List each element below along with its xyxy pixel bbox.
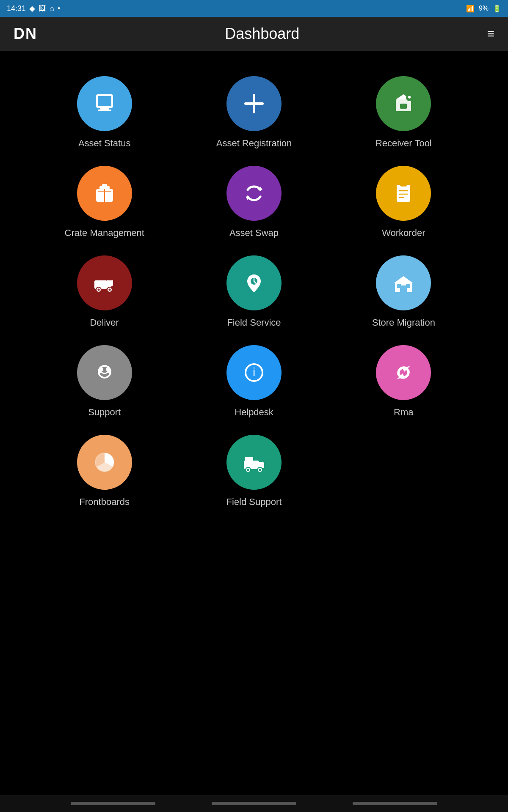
- svg-rect-15: [104, 189, 105, 202]
- svg-point-27: [97, 289, 99, 291]
- app-item-workorder[interactable]: Workorder: [333, 166, 474, 239]
- topbar: DN Dashboard ≡: [0, 17, 508, 51]
- app-label-field-service: Field Service: [227, 317, 281, 328]
- app-label-receiver-tool: Receiver Tool: [375, 138, 432, 149]
- app-icon-asset-registration: [226, 76, 282, 131]
- app-item-frontboards[interactable]: Frontboards: [34, 435, 175, 508]
- app-item-asset-swap[interactable]: Asset Swap: [183, 166, 324, 239]
- wifi-icon: 📶: [466, 5, 475, 13]
- app-logo: DN: [14, 25, 37, 43]
- app-label-asset-registration: Asset Registration: [216, 138, 292, 149]
- app-label-asset-status: Asset Status: [78, 138, 131, 149]
- svg-rect-13: [102, 184, 107, 187]
- svg-rect-32: [400, 285, 407, 292]
- svg-rect-8: [400, 104, 407, 109]
- app-item-support[interactable]: Support: [34, 345, 175, 418]
- app-label-asset-swap: Asset Swap: [229, 228, 279, 239]
- app-icon-asset-swap: [226, 166, 282, 221]
- status-right: 📶 9% 🔋: [466, 5, 501, 13]
- app-icon-asset-status: [77, 76, 132, 131]
- app-item-field-support[interactable]: Field Support: [183, 435, 324, 508]
- svg-rect-33: [397, 284, 401, 288]
- app-label-crate-management: Crate Management: [65, 228, 144, 239]
- app-label-frontboards: Frontboards: [79, 497, 130, 508]
- app-item-deliver[interactable]: Deliver: [34, 255, 175, 328]
- app-icon-workorder: [376, 166, 431, 221]
- app-item-crate-management[interactable]: Crate Management: [34, 166, 175, 239]
- app-icon-frontboards: [77, 435, 132, 490]
- status-left: 14:31 ◆ 🖼 ⌂ •: [7, 4, 60, 13]
- svg-text:i: i: [253, 365, 255, 379]
- app-label-deliver: Deliver: [90, 317, 119, 328]
- svg-rect-19: [400, 183, 407, 187]
- svg-marker-31: [394, 276, 413, 283]
- nav-pill-3: [353, 802, 437, 805]
- image-icon: 🖼: [39, 4, 46, 13]
- svg-point-47: [247, 469, 249, 471]
- svg-rect-23: [94, 280, 107, 289]
- page-title: Dashboard: [225, 25, 299, 43]
- app-item-receiver-tool[interactable]: Receiver Tool: [333, 76, 474, 149]
- app-icon-crate-management: [77, 166, 132, 221]
- app-icon-receiver-tool: [376, 76, 431, 131]
- svg-point-28: [108, 289, 110, 291]
- diamond-icon: ◆: [29, 4, 35, 13]
- battery-icon: 🔋: [493, 5, 501, 13]
- app-item-asset-status[interactable]: Asset Status: [34, 76, 175, 149]
- app-icon-rma: [376, 345, 431, 400]
- menu-button[interactable]: ≡: [487, 27, 494, 41]
- dot-icon: •: [58, 4, 60, 13]
- app-item-asset-registration[interactable]: Asset Registration: [183, 76, 324, 149]
- svg-rect-3: [98, 110, 111, 111]
- app-item-field-service[interactable]: Field Service: [183, 255, 324, 328]
- app-icon-support: [77, 345, 132, 400]
- home-icon: ⌂: [50, 4, 54, 13]
- app-label-rma: Rma: [394, 407, 413, 418]
- app-icon-deliver: [77, 255, 132, 310]
- bottom-nav-bar: [0, 795, 508, 812]
- app-icon-store-migration: [376, 255, 431, 310]
- nav-pill-2: [212, 802, 296, 805]
- app-item-helpdesk[interactable]: iHelpdesk: [183, 345, 324, 418]
- app-label-field-support: Field Support: [226, 497, 282, 508]
- svg-rect-1: [98, 96, 111, 106]
- svg-rect-18: [397, 185, 410, 202]
- app-icon-field-support: [226, 435, 282, 490]
- app-label-helpdesk: Helpdesk: [235, 407, 273, 418]
- svg-rect-2: [100, 108, 109, 110]
- battery-percent: 9%: [479, 5, 489, 12]
- nav-pill-1: [71, 802, 155, 805]
- app-item-rma[interactable]: Rma: [333, 345, 474, 418]
- app-icon-helpdesk: i: [226, 345, 282, 400]
- svg-point-48: [259, 469, 261, 471]
- app-item-store-migration[interactable]: Store Migration: [333, 255, 474, 328]
- app-label-workorder: Workorder: [382, 228, 425, 239]
- status-time: 14:31: [7, 4, 26, 13]
- app-label-store-migration: Store Migration: [372, 317, 435, 328]
- svg-rect-49: [245, 457, 253, 461]
- status-bar: 14:31 ◆ 🖼 ⌂ • 📶 9% 🔋: [0, 0, 508, 17]
- app-grid: Asset StatusAsset RegistrationReceiver T…: [0, 51, 508, 533]
- app-label-support: Support: [88, 407, 121, 418]
- app-icon-field-service: [226, 255, 282, 310]
- svg-rect-34: [406, 284, 410, 288]
